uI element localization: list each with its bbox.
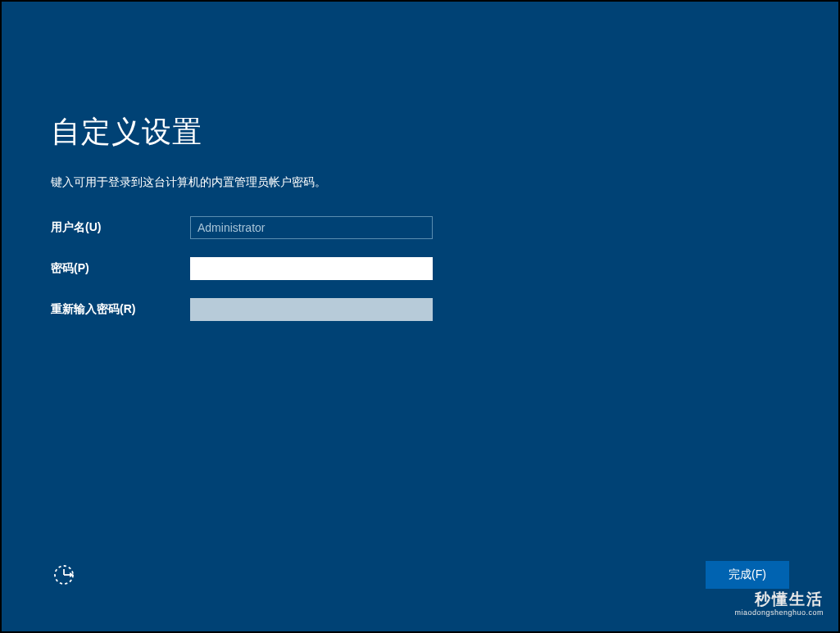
username-label: 用户名(U) <box>51 220 190 235</box>
username-row: 用户名(U) <box>51 216 789 239</box>
username-input <box>190 216 433 239</box>
content-area: 自定义设置 键入可用于登录到这台计算机的内置管理员帐户密码。 用户名(U) 密码… <box>51 112 789 339</box>
confirm-password-label: 重新输入密码(R) <box>51 302 190 317</box>
finish-button[interactable]: 完成(F) <box>706 561 789 589</box>
confirm-password-row: 重新输入密码(R) <box>51 298 789 321</box>
watermark-title: 秒懂生活 <box>734 589 824 610</box>
confirm-password-input[interactable] <box>190 298 433 321</box>
setup-screen: 自定义设置 键入可用于登录到这台计算机的内置管理员帐户密码。 用户名(U) 密码… <box>2 2 838 631</box>
password-row: 密码(P) <box>51 257 789 280</box>
page-title: 自定义设置 <box>51 112 789 152</box>
password-label: 密码(P) <box>51 261 190 276</box>
watermark: 秒懂生活 miaodongshenghuo.com <box>734 589 824 617</box>
page-description: 键入可用于登录到这台计算机的内置管理员帐户密码。 <box>51 175 789 190</box>
watermark-url: miaodongshenghuo.com <box>734 608 824 617</box>
password-input[interactable] <box>190 257 433 280</box>
bottom-bar: 完成(F) <box>51 561 789 589</box>
ease-of-access-icon[interactable] <box>51 562 77 588</box>
